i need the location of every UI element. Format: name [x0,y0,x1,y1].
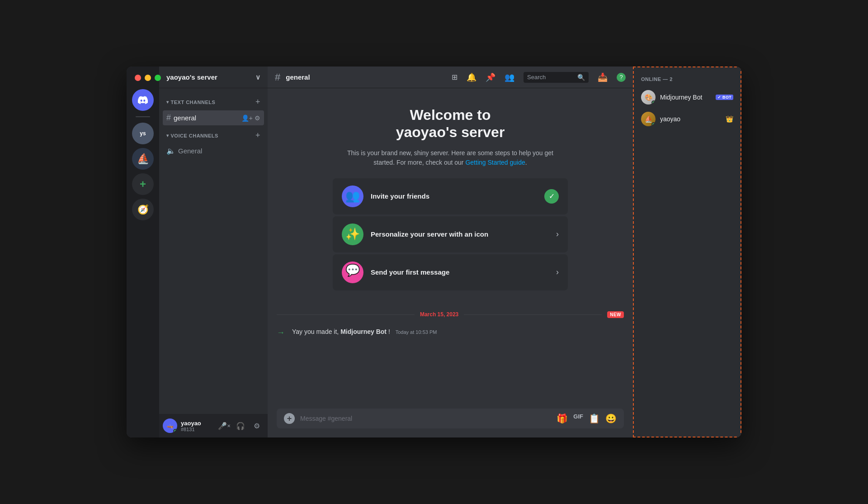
task-personalize[interactable]: ✨ Personalize your server with an icon › [333,216,568,252]
text-channels-label: TEXT CHANNELS [171,100,216,105]
members-sidebar: ONLINE — 2 🎨 Midjourney Bot ✓ BOT ⛵ yaoy… [633,67,741,437]
user-settings-button[interactable]: ⚙ [250,418,264,433]
message-input-bar[interactable]: + Message #general 🎁 GIF 📋 😀 [277,409,624,428]
chevron-right-icon-2: › [556,267,559,277]
server-divider [136,116,150,117]
hash-icon: # [166,113,171,123]
minimize-button[interactable] [145,75,151,81]
add-text-channel-button[interactable]: + [255,97,260,107]
yaoyao-name: yaoyao [660,115,721,123]
send-message-icon: 💬 [342,262,363,283]
add-icon: + [140,178,146,190]
sticker-icon[interactable]: 📋 [589,413,600,424]
message-text-suffix: ! [388,328,390,335]
maximize-button[interactable] [155,75,161,81]
server-header[interactable]: yaoyao's server ∨ [159,67,268,88]
compass-icon: 🧭 [137,204,149,215]
channel-item-general[interactable]: # general 👤+ ⚙ [163,110,264,125]
settings-icon[interactable]: ⚙ [255,114,260,122]
online-category-label: ONLINE — 2 [637,75,737,84]
user-info: yaoyao #8131 [181,420,213,432]
member-item-midjourney[interactable]: 🎨 Midjourney Bot ✓ BOT [637,87,737,107]
server-name: yaoyao's server [166,73,217,81]
task-completed-check: ✓ [544,189,559,204]
channel-header: # general ⊞ 🔔 📌 👥 Search 🔍 📥 ? [268,67,633,88]
checkmark-icon: ✓ [549,192,555,200]
channel-header-name: general [286,73,310,81]
getting-started-link[interactable]: Getting Started guide [465,159,525,166]
add-voice-channel-button[interactable]: + [255,131,260,140]
text-channels-category[interactable]: ▾ TEXT CHANNELS + [163,95,264,109]
member-item-yaoyao[interactable]: ⛵ yaoyao 👑 [637,109,737,129]
channel-hash-icon: # [275,71,280,83]
task-send-message[interactable]: 💬 Send your first message › [333,254,568,290]
date-divider: March 15, 2023 NEW [268,304,633,325]
gift-icon[interactable]: 🎁 [557,413,568,424]
mute-button[interactable]: 🎤✕ [217,418,231,433]
welcome-subtitle: This is your brand new, shiny server. He… [342,148,559,167]
pin-icon[interactable]: 📌 [486,72,495,82]
divider-line-right [464,314,602,315]
voice-channels-label: VOICE CHANNELS [171,133,218,138]
chevron-down-icon: ∨ [255,73,260,81]
search-icon: 🔍 [577,74,585,81]
deafen-button[interactable]: 🎧 [233,418,248,433]
welcome-title-line2: yaoyao's server [396,124,505,140]
date-label: March 15, 2023 [420,311,458,318]
welcome-section: Welcome to yaoyao's server This is your … [268,97,633,304]
welcome-title: Welcome to yaoyao's server [396,106,505,141]
channel-name-general: general [174,114,196,122]
welcome-title-line1: Welcome to [410,107,491,123]
notification-bell-icon[interactable]: 🔔 [467,72,476,82]
bot-badge: ✓ BOT [716,95,733,100]
online-dot-midjourney [651,100,656,105]
task-invite-friends[interactable]: 👥 Invite your friends ✓ [333,178,568,214]
chevron-right-icon: › [556,229,559,239]
user-avatar-img: 🛶 [167,423,174,429]
online-status-dot [173,429,177,433]
search-placeholder: Search [527,74,576,81]
user-name: yaoyao [181,420,213,427]
voice-channels-category[interactable]: ▾ VOICE CHANNELS + [163,129,264,142]
server-sidebar: ys ⛵ + 🧭 [127,67,159,437]
sailboat-icon: ⛵ [137,153,149,165]
input-icons: 🎁 GIF 📋 😀 [557,413,617,424]
chat-area: Welcome to yaoyao's server This is your … [268,88,633,409]
gif-icon[interactable]: GIF [573,413,583,424]
server-icon-ys[interactable]: ys [132,123,154,144]
close-button[interactable] [135,75,141,81]
channel-item-general-voice[interactable]: 🔈 General [163,144,264,158]
speaker-icon: 🔈 [166,147,175,155]
user-discriminator: #8131 [181,427,213,432]
crown-icon: 👑 [726,115,733,123]
user-panel: 🛶 yaoyao #8131 🎤✕ 🎧 ⚙ [159,414,268,437]
help-icon[interactable]: ? [617,73,626,82]
message-text-prefix: Yay you made it, [292,328,340,335]
inbox-icon[interactable]: 📥 [598,72,608,82]
new-badge: NEW [607,311,624,318]
add-server-button[interactable]: + [132,173,154,195]
emoji-icon[interactable]: 😀 [605,413,617,424]
member-avatar-yaoyao: ⛵ [641,112,656,126]
channels-section: ▾ TEXT CHANNELS + # general 👤+ ⚙ ▾ VOICE… [159,88,268,161]
message-input-area: + Message #general 🎁 GIF 📋 😀 [268,409,633,437]
discord-home-icon[interactable] [132,89,154,111]
join-arrow-icon: → [277,328,285,338]
threads-icon[interactable]: ⊞ [452,73,458,81]
explore-button[interactable]: 🧭 [132,199,154,220]
search-bar[interactable]: Search 🔍 [524,72,589,83]
add-attachment-button[interactable]: + [284,413,295,424]
channel-sidebar: yaoyao's server ∨ ▾ TEXT CHANNELS + # ge… [159,67,268,437]
members-icon[interactable]: 👥 [505,72,514,82]
voice-channel-name: General [178,147,202,155]
server-icon-sailboat[interactable]: ⛵ [132,148,154,170]
send-message-label: Send your first message [371,268,549,276]
personalize-icon: ✨ [342,223,363,245]
header-icons: ⊞ 🔔 📌 👥 Search 🔍 📥 ? [452,72,626,83]
divider-line-left [277,314,415,315]
user-avatar: 🛶 [163,418,177,433]
invite-icon[interactable]: 👤+ [241,114,253,122]
channel-action-icons: 👤+ ⚙ [241,114,260,122]
message-input[interactable]: Message #general [300,415,551,422]
online-label: ONLINE [641,76,661,82]
